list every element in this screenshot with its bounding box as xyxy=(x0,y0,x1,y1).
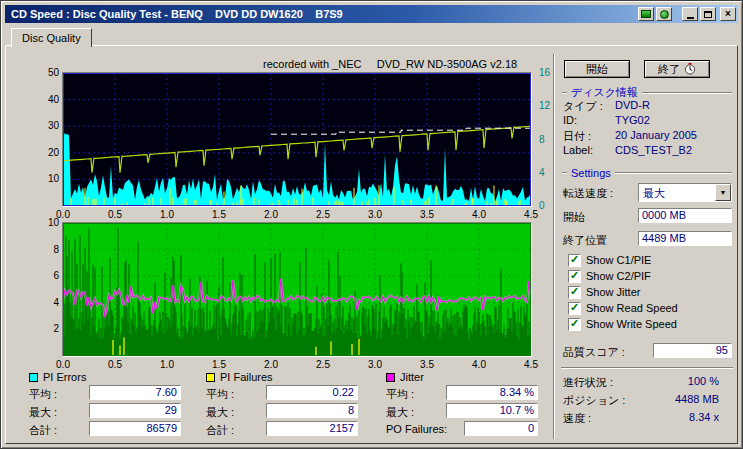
axis-tick-label: 12 xyxy=(539,100,550,111)
checkbox-box[interactable]: ✓ xyxy=(568,286,581,299)
progress-value: 100 % xyxy=(605,375,719,387)
panel-separator xyxy=(553,54,555,439)
position-value: 4488 MB xyxy=(605,393,719,405)
jitter-color-swatch xyxy=(386,373,395,382)
start-position-value: 0000 MB xyxy=(638,208,732,223)
axis-tick-label: 2.5 xyxy=(309,359,337,370)
quality-score-value: 95 xyxy=(653,343,732,358)
app-window: CD Speed : Disc Quality Test - BENQ DVD … xyxy=(0,0,743,449)
jitter-avg-label: 平均 : xyxy=(386,387,414,402)
axis-tick-label: 2.0 xyxy=(257,359,285,370)
speed-value: 8.34 x xyxy=(605,411,719,423)
minimize-button[interactable] xyxy=(682,7,698,21)
checkbox-label: Show Jitter xyxy=(586,286,640,298)
titlebar-tool-button-2[interactable] xyxy=(656,7,672,21)
tab-label: Disc Quality xyxy=(22,32,81,44)
jitter-chart xyxy=(62,222,532,357)
pi-errors-chart-canvas xyxy=(63,73,531,206)
pi-errors-avg-value: 7.60 xyxy=(89,385,181,400)
tab-disc-quality[interactable]: Disc Quality xyxy=(11,28,92,47)
start-button-label: 開始 xyxy=(586,62,608,77)
checkbox-box[interactable]: ✓ xyxy=(568,270,581,283)
checkbox-label: Show C1/PIE xyxy=(586,254,651,266)
stop-button[interactable]: 終了 xyxy=(644,60,710,78)
pi-failures-max-label: 最大 : xyxy=(206,405,234,420)
recorded-with-text: recorded with _NEC DVD_RW ND-3500AG v2.1… xyxy=(263,58,517,70)
window-title: CD Speed : Disc Quality Test - BENQ DVD … xyxy=(11,8,636,20)
axis-tick-label: 2.5 xyxy=(309,209,337,220)
pi-failures-max-value: 8 xyxy=(266,403,358,418)
legend-pi-failures-name: PI Failures xyxy=(220,371,273,383)
checkbox-show-c2-pif[interactable]: ✓ Show C2/PIF xyxy=(568,269,651,283)
disc-date-value: 20 January 2005 xyxy=(615,129,697,141)
pi-errors-max-value: 29 xyxy=(89,403,181,418)
disc-type-label: タイプ : xyxy=(563,99,603,114)
pi-errors-max-label: 最大 : xyxy=(29,405,57,420)
maximize-button[interactable] xyxy=(700,7,716,21)
checkbox-show-read-speed[interactable]: ✓ Show Read Speed xyxy=(568,301,678,315)
po-failures-label: PO Failures: xyxy=(386,423,447,435)
settings-title: Settings xyxy=(567,167,615,179)
close-icon: × xyxy=(725,9,731,19)
jitter-avg-value: 8.34 % xyxy=(446,385,538,400)
check-icon: ✓ xyxy=(570,254,579,265)
checkbox-show-jitter[interactable]: ✓ Show Jitter xyxy=(568,285,640,299)
axis-tick-label: 4 xyxy=(27,297,59,308)
maximize-icon xyxy=(704,11,712,18)
pi-errors-total-value: 86579 xyxy=(89,421,181,436)
cd-icon xyxy=(660,10,669,19)
transfer-speed-select[interactable]: 最大 ▼ xyxy=(638,183,732,202)
titlebar-tool-button-1[interactable] xyxy=(638,7,654,21)
checkbox-show-write-speed[interactable]: ✓ Show Write Speed xyxy=(568,317,677,331)
settings-heading: Settings xyxy=(562,167,732,179)
axis-tick-label: 4 xyxy=(539,167,545,178)
pi-failures-avg-label: 平均 : xyxy=(206,387,234,402)
checkbox-box[interactable]: ✓ xyxy=(568,254,581,267)
axis-tick-label: 1.0 xyxy=(153,209,181,220)
axis-tick-label: 30 xyxy=(27,120,59,131)
disc-id-value: TYG02 xyxy=(615,114,650,126)
disc-id-label: ID: xyxy=(563,114,577,126)
legend-pi-failures: PI Failures xyxy=(206,371,273,383)
axis-tick-label: 20 xyxy=(27,147,59,158)
pi-errors-avg-label: 平均 : xyxy=(29,387,57,402)
disc-info-title: ディスク情報 xyxy=(567,85,642,100)
check-icon: ✓ xyxy=(570,302,579,313)
pi-failures-total-value: 2157 xyxy=(266,421,358,436)
axis-tick-label: 50 xyxy=(27,67,59,78)
axis-tick-label: 3.0 xyxy=(361,209,389,220)
check-icon: ✓ xyxy=(570,318,579,329)
checkbox-box[interactable]: ✓ xyxy=(568,302,581,315)
transfer-speed-label: 転送速度 : xyxy=(563,186,613,201)
disc-info-heading: ディスク情報 xyxy=(562,85,732,100)
close-button[interactable]: × xyxy=(720,7,736,21)
pi-errors-total-label: 合計 : xyxy=(29,423,57,438)
dropdown-button[interactable]: ▼ xyxy=(715,184,731,201)
check-icon: ✓ xyxy=(570,270,579,281)
pi-failures-color-swatch xyxy=(206,373,215,382)
tab-panel: recorded with _NEC DVD_RW ND-3500AG v2.1… xyxy=(5,45,738,444)
pi-failures-total-label: 合計 : xyxy=(206,423,234,438)
disc-label-label: Label: xyxy=(563,144,593,156)
po-failures-value: 0 xyxy=(464,421,538,436)
checkbox-box[interactable]: ✓ xyxy=(568,318,581,331)
axis-tick-label: 4.5 xyxy=(517,359,545,370)
titlebar[interactable]: CD Speed : Disc Quality Test - BENQ DVD … xyxy=(5,5,738,23)
end-position-label: 終了位置 xyxy=(563,233,607,248)
pi-failures-avg-value: 0.22 xyxy=(266,385,358,400)
legend-jitter: Jitter xyxy=(386,371,424,383)
axis-tick-label: 8 xyxy=(27,244,59,255)
axis-tick-label: 4.0 xyxy=(465,359,493,370)
checkbox-show-c1-pie[interactable]: ✓ Show C1/PIE xyxy=(568,253,651,267)
axis-tick-label: 6 xyxy=(27,270,59,281)
axis-tick-label: 8 xyxy=(539,134,545,145)
start-button[interactable]: 開始 xyxy=(564,60,630,78)
axis-tick-label: 10 xyxy=(27,173,59,184)
checkbox-label: Show Write Speed xyxy=(586,318,677,330)
tab-strip: Disc Quality xyxy=(5,27,738,46)
status-divider xyxy=(561,367,733,369)
minimize-icon xyxy=(687,17,694,19)
end-position-value: 4489 MB xyxy=(638,231,732,246)
legend-pi-errors-name: PI Errors xyxy=(43,371,86,383)
axis-tick-label: 1.5 xyxy=(205,359,233,370)
